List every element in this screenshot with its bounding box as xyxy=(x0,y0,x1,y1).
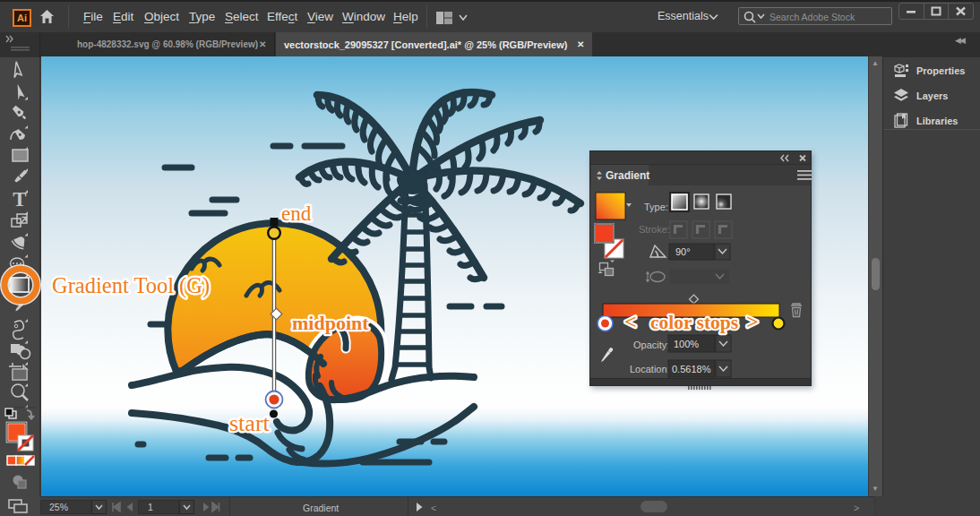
svg-text:Type:: Type: xyxy=(644,202,668,212)
svg-text:Opacity:: Opacity: xyxy=(633,340,669,350)
svg-text:Location:: Location: xyxy=(630,364,670,374)
svg-text:100%: 100% xyxy=(674,339,699,349)
svg-text:T: T xyxy=(13,188,26,211)
svg-text:Stroke:: Stroke: xyxy=(639,224,670,235)
svg-text:90°: 90° xyxy=(675,246,691,257)
svg-text:0.5618%: 0.5618% xyxy=(672,364,711,374)
